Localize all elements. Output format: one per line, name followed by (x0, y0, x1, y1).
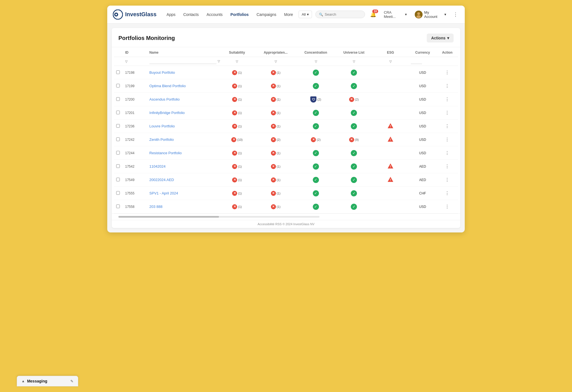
error-icon: ✕ (271, 110, 276, 115)
nav-campaigns[interactable]: Campaigns (253, 10, 280, 19)
portfolio-link[interactable]: Ascendus Portfolio (149, 97, 180, 101)
row-checkbox[interactable] (116, 191, 120, 195)
row-checkbox-cell (114, 66, 123, 79)
status-badge-check: ✓ (351, 83, 357, 89)
row-action-menu[interactable]: ⋮ (443, 109, 452, 117)
user-account-button[interactable]: My Account ▾ (413, 9, 449, 20)
row-action-menu[interactable]: ⋮ (443, 96, 452, 103)
filter-id-icon[interactable]: ▽ (125, 60, 127, 63)
row-checkbox[interactable] (116, 137, 120, 141)
filter-universe-list-icon[interactable]: ▽ (353, 60, 355, 63)
filter-row: ▽ ▽ ▽ ▽ ▽ (114, 57, 458, 66)
status-cell: ✕ (1) (255, 66, 296, 79)
more-options-button[interactable]: ⋮ (452, 10, 459, 19)
row-checkbox[interactable] (116, 151, 120, 155)
error-icon: ✕ (232, 151, 237, 156)
actions-button[interactable]: Actions ▾ (427, 34, 454, 42)
status-badge-check: ✓ (313, 204, 319, 210)
status-badge-error: ✕ (10) (231, 137, 243, 142)
row-action-menu[interactable]: ⋮ (443, 136, 452, 143)
error-icon: ✕ (271, 191, 276, 196)
row-checkbox-cell (114, 106, 123, 120)
logo[interactable]: InvestGlass (113, 9, 156, 20)
row-action-menu[interactable]: ⋮ (443, 176, 452, 184)
row-action-menu[interactable]: ⋮ (443, 203, 452, 210)
status-badge-check: ✓ (351, 70, 357, 76)
row-checkbox[interactable] (116, 97, 120, 101)
row-id: 17236 (123, 120, 147, 133)
check-icon: ✓ (351, 123, 357, 129)
row-checkbox-cell (114, 187, 123, 200)
filter-id: ▽ (123, 57, 147, 66)
row-action-menu[interactable]: ⋮ (443, 69, 452, 76)
search-input[interactable] (325, 12, 361, 16)
row-checkbox[interactable] (116, 178, 120, 181)
filter-suitability-icon[interactable]: ▽ (236, 60, 238, 63)
nav-apps[interactable]: Apps (163, 10, 179, 19)
status-badge-error: ✕ (1) (271, 84, 280, 89)
row-action-menu[interactable]: ⋮ (443, 149, 452, 157)
nav-accounts[interactable]: Accounts (203, 10, 226, 19)
portfolio-link[interactable]: Zenith Portfolio (149, 137, 174, 142)
filter-esg-icon[interactable]: ▽ (389, 60, 392, 63)
portfolio-link[interactable]: InfinityBridge Portfolio (149, 111, 185, 115)
row-checkbox[interactable] (116, 124, 120, 128)
filter-appropriateness-icon[interactable]: ▽ (275, 60, 277, 63)
notification-button[interactable]: 🔔 10 (368, 9, 378, 20)
all-dropdown[interactable]: All ▾ (299, 11, 312, 18)
check-icon: ✓ (351, 70, 357, 76)
status-badge-check: ✓ (313, 70, 319, 76)
nav-contacts[interactable]: Contacts (180, 10, 202, 19)
portfolio-link[interactable]: Buyout Portfolio (149, 70, 175, 75)
col-appropriateness: Appropriaten... (255, 47, 296, 57)
filter-currency-input[interactable] (411, 59, 422, 64)
filter-name-icon[interactable]: ▽ (218, 60, 220, 63)
error-icon: ✕ (271, 164, 276, 169)
row-action-menu[interactable]: ⋮ (443, 189, 452, 197)
cra-meeting-dropdown[interactable]: CRA Meeti... ▾ (382, 9, 409, 20)
row-action-menu[interactable]: ⋮ (443, 163, 452, 170)
horizontal-scrollbar-track[interactable] (118, 216, 320, 218)
row-checkbox[interactable] (116, 111, 120, 114)
shield-icon: 🛡 (310, 96, 316, 103)
row-checkbox-cell (114, 160, 123, 173)
row-id: 17558 (123, 200, 147, 213)
portfolio-link[interactable]: Louvre Portfolio (149, 124, 175, 128)
search-box[interactable]: 🔍 (315, 11, 365, 18)
portfolio-link[interactable]: Optima Blend Portfolio (149, 84, 186, 88)
table-row: 17555 SPV1 - April 2024 ✕ (1) ✕ (1) ✓ (114, 187, 458, 200)
horizontal-scrollbar-thumb[interactable] (118, 216, 219, 218)
status-cell: ✕ (1) (255, 187, 296, 200)
status-cell: ✕ (2) (255, 133, 296, 146)
nav-portfolios[interactable]: Portfolios (227, 10, 252, 19)
portfolio-link[interactable]: Resistance Portfolio (149, 151, 182, 155)
chevron-up-icon: ▲ (22, 379, 25, 383)
row-action-menu[interactable]: ⋮ (443, 82, 452, 90)
row-checkbox-cell (114, 173, 123, 187)
row-checkbox[interactable] (116, 164, 120, 168)
portfolio-link[interactable]: 11042024 (149, 164, 166, 168)
status-cell (372, 79, 409, 93)
row-checkbox[interactable] (116, 70, 120, 74)
edit-messaging-icon[interactable]: ✎ (70, 379, 73, 383)
row-name: Zenith Portfolio (147, 133, 219, 146)
notification-badge: 10 (372, 9, 378, 13)
filter-name-input[interactable] (149, 59, 217, 64)
row-name: Optima Blend Portfolio (147, 79, 219, 93)
filter-appropriateness: ▽ (255, 57, 296, 66)
row-currency: USD (409, 79, 436, 93)
row-checkbox[interactable] (116, 84, 120, 87)
nav-more[interactable]: More (281, 10, 296, 19)
messaging-bar[interactable]: ▲ Messaging ✎ (17, 376, 78, 386)
portfolio-link[interactable]: 20022024.AED (149, 178, 174, 182)
all-dropdown-label: All (302, 12, 306, 16)
check-icon: ✓ (313, 204, 319, 210)
row-checkbox[interactable] (116, 205, 120, 208)
portfolio-link[interactable]: 203 888 (149, 205, 163, 209)
row-name: 20022024.AED (147, 173, 219, 187)
table-container: ID Name Suitability Appropriaten... Conc… (112, 47, 460, 213)
portfolio-link[interactable]: SPV1 - April 2024 (149, 191, 178, 195)
check-icon: ✓ (313, 190, 319, 196)
filter-concentration-icon[interactable]: ▽ (315, 60, 317, 63)
row-action-menu[interactable]: ⋮ (443, 122, 452, 130)
